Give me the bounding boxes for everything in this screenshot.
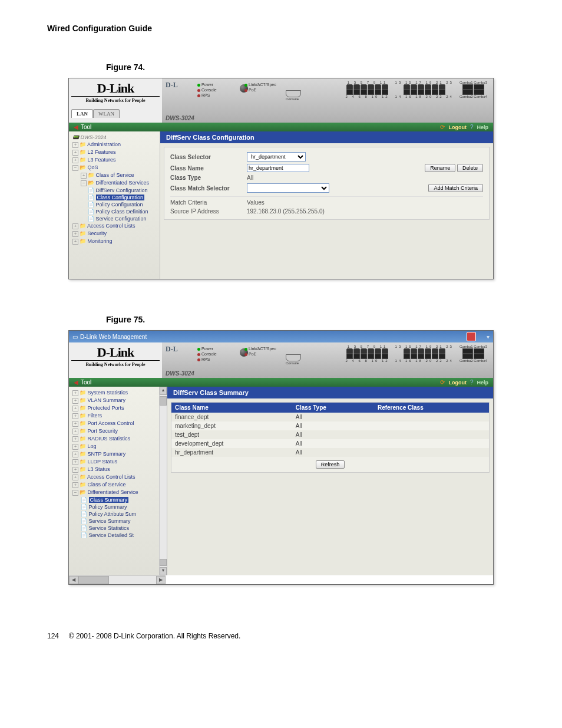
close-icon[interactable] [467, 332, 476, 341]
tree-class-of-service[interactable]: +📁 Class of Service [71, 481, 158, 489]
tree-policy-class-definition[interactable]: 📄 Policy Class Definition [71, 208, 158, 215]
switch-ports: 1 3 5 7 9 11 2 4 6 8 10 12 13 15 17 19 2… [346, 81, 487, 98]
class-type-value: All [247, 174, 341, 181]
dropdown-icon[interactable]: ▾ [487, 334, 490, 340]
brand-logo: D-Link [71, 81, 160, 96]
tree-port-access-control[interactable]: +📁 Port Access Control [71, 420, 158, 427]
tree-filters[interactable]: +📁 Filters [71, 412, 158, 420]
document-header: Wired Configuration Guide [47, 24, 515, 33]
scroll-right-icon[interactable]: ▶ [156, 576, 166, 584]
panel-title: DiffServ Class Configuration [160, 131, 493, 143]
tree-l2-features[interactable]: +📁 L2 Features [71, 149, 158, 156]
page-number: 124 [47, 632, 59, 640]
class-name-label: Class Name [170, 165, 247, 172]
tree-service-statistics[interactable]: 📄 Service Statistics [71, 525, 158, 532]
page-icon: ▭ [72, 334, 78, 340]
brand-tagline: Building Networks for People [71, 360, 160, 367]
figure-75-screenshot: ▭ D-Link Web Management ▾ D-Link Buildin… [68, 330, 494, 585]
tool-menu[interactable]: Tool [81, 379, 91, 386]
tool-menu[interactable]: Tool [81, 124, 91, 130]
tree-service-configuration[interactable]: 📄 Service Configuration [71, 215, 158, 222]
tree-class-configuration[interactable]: 📄 Class Configuration [71, 194, 158, 201]
scroll-up-icon[interactable]: ▲ [160, 387, 167, 395]
console-port: Console [286, 90, 301, 101]
tree-policy-summary[interactable]: 📄 Policy Summary [71, 503, 158, 510]
tree-class-of-service[interactable]: +📁 Class of Service [71, 172, 158, 179]
scroll-left-icon[interactable]: ◀ [69, 576, 78, 584]
figure-74-caption: Figure 74. [106, 62, 515, 72]
status-leds-col2: Link/ACT/Spec PoE [244, 82, 276, 93]
tool-arrow-icon: ◀ [74, 124, 78, 130]
device-header: D-L Power Console RPS Link/ACT/Spec PoE … [162, 342, 493, 378]
tree-class-summary[interactable]: 📄 Class Summary [71, 496, 158, 503]
help-button[interactable]: Help [477, 124, 488, 130]
tree-service-detailed-statistics[interactable]: 📄 Service Detailed St [71, 532, 158, 539]
status-leds-col1: Power Console RPS [197, 346, 217, 362]
tree-l3-status[interactable]: +📁 L3 Status [71, 466, 158, 473]
tree-vlan-summary[interactable]: +📁 VLAN Summary [71, 397, 158, 404]
tree-radius-statistics[interactable]: +📁 RADIUS Statistics [71, 435, 158, 443]
tree-qos[interactable]: −📂 QoS [71, 164, 158, 172]
device-header: D-L Power Console RPS Link/ACT/Spec PoE … [162, 78, 493, 123]
tree-port-security[interactable]: +📁 Port Security [71, 427, 158, 435]
delete-button[interactable] [457, 164, 483, 172]
rename-button[interactable] [425, 164, 455, 172]
tree-security[interactable]: +📁 Security [71, 230, 158, 238]
figure-75-caption: Figure 75. [106, 315, 515, 324]
tree-policy-attribute-summary[interactable]: 📄 Policy Attribute Sum [71, 510, 158, 518]
class-selector-dropdown[interactable]: hr_department [247, 152, 306, 162]
logo-area: D-Link Building Networks for People LAN … [69, 78, 162, 123]
tree-access-control-lists[interactable]: +📁 Access Control Lists [71, 473, 158, 481]
tree-l3-features[interactable]: +📁 L3 Features [71, 156, 158, 164]
page-footer: 124 © 2001- 2008 D-Link Corporation. All… [47, 632, 515, 640]
table-row: marketing_deptAll [171, 421, 489, 430]
source-ip-label: Source IP Address [170, 208, 247, 215]
logout-button[interactable]: Logout [448, 124, 467, 130]
tree-differentiated-service[interactable]: −📂 Differentiated Service [71, 489, 158, 496]
copyright-text: © 2001- 2008 D-Link Corporation. All Rig… [69, 632, 241, 640]
values-header: Values [247, 199, 265, 206]
class-name-input[interactable] [247, 164, 309, 172]
brand-tagline: Building Networks for People [71, 96, 160, 103]
window-title: D-Link Web Management [80, 334, 147, 340]
scroll-down-icon[interactable]: ▼ [160, 567, 167, 575]
device-model: DWS-3024 [166, 370, 194, 377]
logout-button[interactable]: Logout [448, 380, 467, 386]
col-class-type: Class Type [292, 403, 374, 413]
tree-protected-ports[interactable]: +📁 Protected Ports [71, 404, 158, 412]
tree-administration[interactable]: +📁 Administration [71, 141, 158, 149]
tree-sntp-summary[interactable]: +📁 SNTP Summary [71, 450, 158, 458]
tab-lan[interactable]: LAN [71, 109, 93, 118]
tab-wlan[interactable]: WLAN [93, 109, 120, 118]
sidebar-scrollbar[interactable]: ▲ ▼ [159, 387, 167, 575]
panel-title: DiffServ Class Summary [167, 387, 493, 398]
tree-lldp-status[interactable]: +📁 LLDP Status [71, 458, 158, 466]
nav-sidebar: +📁 System Statistics +📁 VLAN Summary +📁 … [69, 387, 167, 575]
refresh-button[interactable] [316, 460, 345, 469]
figure-74-screenshot: D-Link Building Networks for People LAN … [68, 78, 494, 279]
switch-ports: 1 3 5 7 9 11 2 4 6 8 10 12 13 15 17 19 2… [346, 345, 487, 363]
source-ip-value: 192.168.23.0 (255.255.255.0) [247, 208, 325, 215]
tree-device[interactable]: 📟 DWS-3024 [71, 134, 158, 141]
logo-area: D-Link Building Networks for People [69, 342, 162, 378]
col-reference-class: Reference Class [374, 403, 489, 413]
help-button[interactable]: Help [477, 380, 488, 386]
class-match-selector-label: Class Match Selector [170, 185, 247, 192]
table-row: test_deptAll [171, 430, 489, 439]
status-leds-col2: Link/ACT/Spec PoE [244, 346, 276, 357]
device-model: DWS-3024 [166, 115, 194, 121]
tree-log[interactable]: +📁 Log [71, 443, 158, 450]
col-class-name: Class Name [171, 403, 292, 413]
tree-access-control-lists[interactable]: +📁 Access Control Lists [71, 222, 158, 230]
tree-differentiated-services[interactable]: −📂 Differentiated Services [71, 179, 158, 187]
add-match-criteria-button[interactable] [428, 184, 483, 192]
tree-monitoring[interactable]: +📁 Monitoring [71, 238, 158, 245]
tree-service-summary[interactable]: 📄 Service Summary [71, 518, 158, 525]
tree-policy-configuration[interactable]: 📄 Policy Configuration [71, 201, 158, 208]
tree-diffserv-configuration[interactable]: 📄 DiffServ Configuration [71, 187, 158, 194]
table-row: finance_deptAll [171, 413, 489, 421]
tree-system-statistics[interactable]: +📁 System Statistics [71, 389, 158, 397]
window-titlebar: ▭ D-Link Web Management ▾ [69, 331, 493, 342]
sidebar-horizontal-scrollbar[interactable]: ◀ ▶ [69, 575, 166, 584]
class-match-selector-dropdown[interactable] [247, 183, 329, 193]
